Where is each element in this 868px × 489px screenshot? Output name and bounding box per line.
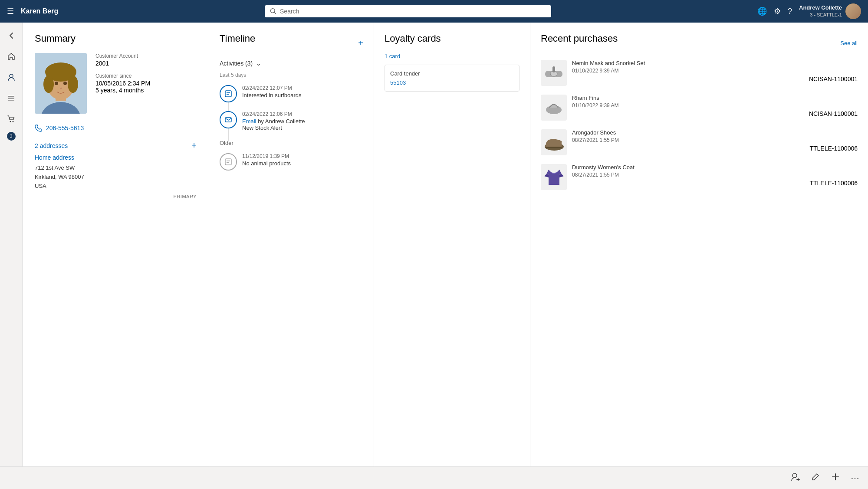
search-icon bbox=[270, 8, 276, 15]
summary-panel: Summary bbox=[23, 23, 209, 466]
svg-rect-3 bbox=[8, 96, 14, 97]
email-type-link[interactable]: Email bbox=[242, 118, 256, 125]
purchase-item: Arongador Shoes 08/27/2021 1:55 PM TTLEL… bbox=[541, 129, 858, 155]
phone-icon bbox=[35, 124, 43, 132]
search-bar[interactable] bbox=[265, 5, 551, 17]
purchase-info-snorkel: Nemin Mask and Snorkel Set 01/10/2022 9:… bbox=[572, 60, 858, 82]
recent-purchases-panel: Recent purchases See all Nemin Mask and … bbox=[530, 23, 868, 466]
svg-rect-21 bbox=[225, 159, 231, 165]
timeline-panel: Timeline + Activities (3) ⌄ Last 5 days bbox=[209, 23, 374, 466]
add-toolbar-icon[interactable] bbox=[831, 472, 840, 484]
user-name: Andrew Collette bbox=[799, 4, 842, 12]
primary-badge: PRIMARY bbox=[35, 194, 197, 199]
customer-info: Customer Account 2001 Customer since 10/… bbox=[95, 53, 197, 114]
card-number[interactable]: 55103 bbox=[390, 79, 514, 86]
older-label: Older bbox=[220, 140, 363, 146]
sidebar-menu-icon[interactable] bbox=[2, 89, 21, 108]
purchase-info-shoes: Arongador Shoes 08/27/2021 1:55 PM TTLEL… bbox=[572, 129, 858, 152]
avatar[interactable] bbox=[845, 3, 861, 19]
svg-point-15 bbox=[55, 82, 58, 85]
sidebar-badge: 3 bbox=[7, 132, 16, 141]
purchase-image-snorkel bbox=[541, 60, 567, 86]
sidebar-cart-icon[interactable] bbox=[2, 109, 21, 128]
timeline-item-older: 11/12/2019 1:39 PM No animal products bbox=[220, 153, 363, 171]
purchase-name-4: Durmosty Women's Coat bbox=[572, 164, 858, 171]
purchase-id-4: TTLELE-1100006 bbox=[572, 180, 858, 187]
purchase-image-shoes bbox=[541, 129, 567, 155]
purchase-id-1: NCISAN-1100001 bbox=[572, 75, 858, 82]
svg-rect-4 bbox=[8, 98, 14, 99]
activities-row: Activities (3) ⌄ bbox=[220, 60, 363, 67]
addresses-link[interactable]: 2 addresses bbox=[35, 142, 68, 149]
timeline-item-desc: Email by Andrew Collette New Stock Alert bbox=[242, 118, 363, 131]
hamburger-menu-icon[interactable]: ☰ bbox=[7, 7, 14, 16]
activities-label: Activities (3) bbox=[220, 60, 253, 67]
timeline-older-note-icon bbox=[220, 153, 237, 171]
phone-number[interactable]: 206-555-5613 bbox=[46, 125, 84, 131]
purchase-item: Durmosty Women's Coat 08/27/2021 1:55 PM… bbox=[541, 164, 858, 190]
svg-rect-17 bbox=[225, 91, 231, 97]
edit-toolbar-icon[interactable] bbox=[811, 472, 820, 484]
settings-icon[interactable]: ⚙ bbox=[774, 7, 781, 16]
svg-line-1 bbox=[274, 12, 276, 13]
user-info: Andrew Collette 3 - SEATTLE-1 bbox=[799, 3, 861, 19]
card-tender-label: Card tender bbox=[390, 70, 514, 77]
help-icon[interactable]: ? bbox=[788, 7, 792, 16]
loyalty-title: Loyalty cards bbox=[385, 33, 519, 44]
purchase-date-1: 01/10/2022 9:39 AM bbox=[572, 68, 858, 74]
search-input[interactable] bbox=[280, 8, 546, 15]
timeline-connector bbox=[228, 128, 229, 141]
svg-rect-26 bbox=[552, 66, 555, 72]
purchase-name-1: Nemin Mask and Snorkel Set bbox=[572, 60, 858, 66]
timeline-item-content: 02/24/2022 12:07 PM Interested in surfbo… bbox=[242, 85, 363, 102]
timeline-email-icon bbox=[220, 111, 237, 128]
bottom-toolbar: ⋯ bbox=[0, 466, 868, 489]
purchase-id-3: TTLELE-1100006 bbox=[572, 145, 858, 152]
address-text: 712 1st Ave SW Kirkland, WA 98007 USA bbox=[35, 164, 197, 190]
app-title: Karen Berg bbox=[21, 7, 58, 15]
sidebar-home-icon[interactable] bbox=[2, 47, 21, 66]
timeline-older-desc: No animal products bbox=[242, 160, 363, 167]
user-sub: 3 - SEATTLE-1 bbox=[799, 12, 842, 18]
timeline-older-date: 11/12/2019 1:39 PM bbox=[242, 153, 363, 159]
svg-point-7 bbox=[12, 121, 13, 122]
add-activity-button[interactable]: + bbox=[358, 38, 363, 48]
timeline-item-date: 02/24/2022 12:06 PM bbox=[242, 111, 363, 117]
add-address-button[interactable]: + bbox=[191, 141, 197, 151]
timeline-note-icon bbox=[220, 85, 237, 102]
svg-rect-19 bbox=[227, 94, 229, 95]
globe-icon[interactable]: 🌐 bbox=[757, 7, 767, 16]
purchases-header: Recent purchases See all bbox=[541, 33, 858, 53]
purchase-item: Rham Fins 01/10/2022 9:39 AM NCISAN-1100… bbox=[541, 95, 858, 121]
svg-rect-5 bbox=[8, 100, 14, 101]
svg-point-14 bbox=[68, 75, 78, 93]
customer-profile: Customer Account 2001 Customer since 10/… bbox=[35, 53, 197, 114]
loyalty-count: 1 card bbox=[385, 53, 519, 59]
home-address-label[interactable]: Home address bbox=[35, 154, 197, 161]
purchase-image-coat bbox=[541, 164, 567, 190]
see-all-link[interactable]: See all bbox=[840, 40, 858, 46]
svg-rect-22 bbox=[227, 161, 230, 161]
svg-point-16 bbox=[63, 82, 67, 85]
sidebar-customer-icon[interactable] bbox=[2, 68, 21, 87]
svg-point-29 bbox=[792, 473, 797, 478]
purchase-item: Nemin Mask and Snorkel Set 01/10/2022 9:… bbox=[541, 60, 858, 86]
main-layout: 3 Summary bbox=[0, 23, 868, 466]
svg-point-6 bbox=[10, 121, 11, 122]
more-options-icon[interactable]: ⋯ bbox=[851, 473, 859, 483]
left-sidebar: 3 bbox=[0, 23, 23, 466]
svg-rect-20 bbox=[225, 118, 231, 122]
phone-row: 206-555-5613 bbox=[35, 124, 197, 132]
svg-rect-18 bbox=[227, 92, 230, 93]
purchase-name-2: Rham Fins bbox=[572, 95, 858, 101]
timeline-header: Timeline + bbox=[220, 33, 363, 53]
svg-point-2 bbox=[10, 74, 13, 78]
activities-chevron-icon[interactable]: ⌄ bbox=[256, 60, 261, 67]
top-nav-right: 🌐 ⚙ ? Andrew Collette 3 - SEATTLE-1 bbox=[757, 3, 861, 19]
sidebar-back-icon[interactable] bbox=[2, 26, 21, 45]
purchase-name-3: Arongador Shoes bbox=[572, 129, 858, 136]
add-customer-toolbar-icon[interactable] bbox=[791, 472, 800, 484]
svg-rect-23 bbox=[227, 162, 229, 163]
timeline-item-date: 02/24/2022 12:07 PM bbox=[242, 85, 363, 91]
purchase-date-2: 01/10/2022 9:39 AM bbox=[572, 102, 858, 108]
